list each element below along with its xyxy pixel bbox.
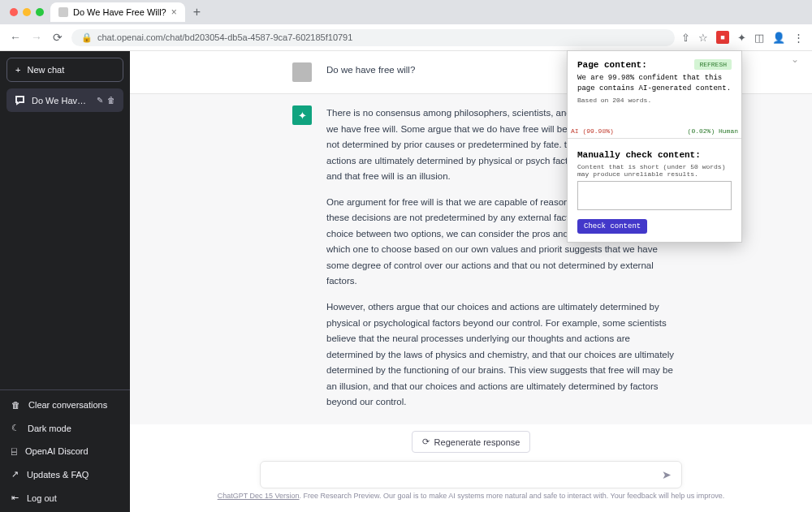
forward-icon[interactable]: → [29,31,44,44]
confidence-text: We are 99.98% confident that this page c… [577,73,732,93]
menu-icon[interactable]: ⋮ [793,32,804,44]
share-icon[interactable]: ⇧ [681,32,690,44]
footer-text: ChatGPT Dec 15 Version. Free Research Pr… [130,492,812,505]
moon-icon: ☾ [11,423,19,433]
assistant-avatar: ✦ [292,105,312,125]
new-tab-button[interactable]: + [185,5,209,19]
clear-conversations-button[interactable]: 🗑Clear conversations [0,394,130,416]
sidebar-toggle-icon[interactable]: ◫ [754,32,764,44]
extensions-icon[interactable]: ✦ [737,32,746,44]
tab-favicon [58,7,68,17]
conversation-title: Do We Have Free Wil [32,96,90,105]
logout-icon: ⇤ [11,493,19,503]
chevron-down-icon[interactable]: ⌄ [791,54,799,65]
dark-mode-button[interactable]: ☾Dark mode [0,416,130,440]
message-input-container: ➤ [260,461,682,488]
chat-icon [15,95,25,105]
external-icon: ↗ [11,469,19,480]
tab-title: Do We Have Free Will? [73,7,166,17]
manual-check-hint: Content that is short (under 50 words) m… [577,163,732,178]
window-controls[interactable] [6,8,50,16]
regenerate-button[interactable]: ⟳ Regenerate response [412,431,531,453]
url-text: chat.openai.com/chat/bd203054-db5a-4587-… [97,32,352,42]
human-percent-label: (0.02%) Human [688,127,738,135]
sidebar: + New chat Do We Have Free Wil ✎ 🗑 🗑Clea… [0,51,130,512]
message-input[interactable] [270,469,662,480]
extension-detector-icon[interactable]: ■ [716,31,729,44]
trash-icon: 🗑 [11,400,20,410]
browser-tab[interactable]: Do We Have Free Will? × [50,2,185,22]
logout-button[interactable]: ⇤Log out [0,486,130,510]
refresh-icon: ⟳ [422,437,430,447]
discord-button[interactable]: ⌸OpenAI Discord [0,440,130,463]
edit-icon[interactable]: ✎ [97,96,103,105]
version-link[interactable]: ChatGPT Dec 15 Version [218,492,300,500]
check-content-button[interactable]: Check content [577,219,647,234]
ai-percent-label: AI (99.98%) [571,127,614,135]
popup-title: Page content: [577,60,647,70]
manual-check-title: Manually check content: [577,150,732,160]
confidence-bar [568,112,741,127]
ai-detector-popup: Page content: REFRESH We are 99.98% conf… [567,50,742,243]
manual-check-textarea[interactable] [577,181,732,210]
new-chat-label: New chat [27,65,64,75]
user-avatar [292,62,312,82]
word-count-text: Based on 204 words. [577,97,732,104]
refresh-button[interactable]: REFRESH [694,59,732,70]
star-icon[interactable]: ☆ [698,32,708,44]
send-icon[interactable]: ➤ [662,468,672,481]
address-bar[interactable]: 🔒 chat.openai.com/chat/bd203054-db5a-458… [71,29,675,46]
reload-icon[interactable]: ⟳ [50,31,65,44]
tab-close-icon[interactable]: × [171,6,177,18]
plus-icon: + [15,65,20,75]
delete-icon[interactable]: 🗑 [107,96,115,105]
new-chat-button[interactable]: + New chat [6,58,123,82]
discord-icon: ⌸ [11,446,17,456]
back-icon[interactable]: ← [8,31,23,44]
conversation-item[interactable]: Do We Have Free Wil ✎ 🗑 [6,88,123,112]
profile-icon[interactable]: 👤 [772,32,785,44]
updates-faq-button[interactable]: ↗Updates & FAQ [0,463,130,486]
lock-icon: 🔒 [81,32,93,43]
user-message: Do we have free will? [326,62,415,82]
